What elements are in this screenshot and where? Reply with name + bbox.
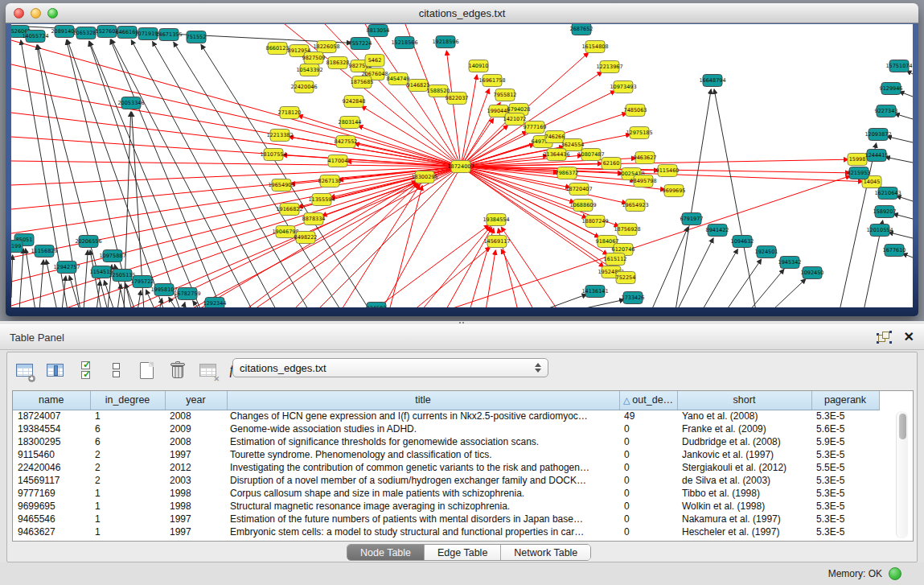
minimize-window-button[interactable] — [31, 8, 41, 19]
graph-node[interactable]: 18720407 — [565, 183, 592, 196]
graph-node[interactable]: 1677610 — [883, 245, 906, 257]
graph-node[interactable]: 7557224 — [349, 38, 372, 50]
float-panel-icon[interactable] — [877, 331, 893, 344]
graph-node[interactable]: 8878334 — [302, 213, 326, 225]
tab-node-table[interactable]: Node Table — [347, 545, 425, 560]
table-row[interactable]: 969969511998Structural magnetic resonanc… — [13, 500, 914, 513]
graph-node[interactable]: 14136141 — [581, 286, 608, 298]
table-row[interactable]: 1830029562008Estimation of significance … — [13, 435, 914, 448]
table-row[interactable]: 1938455462009Genome-wide association stu… — [13, 422, 914, 435]
graph-node[interactable]: 9115460 — [656, 165, 680, 177]
graph-node[interactable]: 1945342 — [778, 257, 802, 269]
graph-node[interactable]: 19384554 — [483, 214, 509, 226]
graph-node[interactable]: 18226058 — [313, 41, 339, 53]
table-row[interactable]: 911546021997Tourette syndrome. Phenomeno… — [13, 448, 914, 461]
column-header-title[interactable]: title — [227, 391, 619, 410]
graph-node[interactable]: 9699695 — [663, 185, 686, 197]
graph-node[interactable]: 8660123 — [266, 43, 290, 55]
graph-node[interactable]: 18724007 — [447, 161, 474, 173]
column-header-short[interactable]: short — [677, 391, 811, 410]
graph-node[interactable]: 19218596 — [432, 36, 458, 48]
graph-node[interactable]: 7485063 — [624, 105, 647, 117]
column-header-pagerank[interactable]: pagerank — [811, 391, 879, 410]
graph-node[interactable]: 39199 — [11, 241, 23, 253]
table-row[interactable]: 2242004622012Investigating the contribut… — [13, 461, 914, 474]
graph-node[interactable]: 9227343 — [875, 105, 898, 117]
graph-node[interactable]: 1092450 — [801, 267, 824, 279]
column-header-outde[interactable]: △out_de… — [619, 391, 677, 410]
table-row[interactable]: 946362711997Embryonic stem cells: a mode… — [13, 525, 914, 538]
graph-node[interactable]: 19654903 — [268, 179, 294, 192]
graph-node[interactable]: 1615112 — [604, 253, 627, 266]
graph-node[interactable]: 1094632 — [731, 236, 754, 248]
select-all-icon[interactable] — [73, 358, 98, 383]
graph-node[interactable]: 12010554 — [866, 225, 893, 237]
table-row[interactable]: 1872400712008Changes of HCN gene express… — [13, 410, 914, 422]
graph-node[interactable]: 18107554 — [260, 149, 286, 161]
column-header-name[interactable]: name — [13, 391, 90, 410]
table-selector-dropdown[interactable]: citations_edges.txt — [232, 358, 548, 377]
graph-node[interactable]: 417004 — [328, 155, 348, 167]
graph-node[interactable]: 8186328 — [326, 57, 350, 69]
graph-node[interactable]: 20206556 — [75, 236, 101, 248]
tab-edge-table[interactable]: Edge Table — [425, 545, 501, 560]
row-height-icon[interactable] — [104, 358, 129, 383]
graph-node[interactable]: 16961758 — [478, 75, 505, 87]
graph-node[interactable]: 12942757 — [53, 262, 80, 274]
graph-node[interactable]: 7986372 — [556, 167, 579, 179]
graph-node[interactable]: 18495798 — [630, 175, 656, 187]
graph-node[interactable]: 1875685 — [351, 76, 374, 89]
graph-node[interactable]: 15751074 — [885, 60, 912, 72]
graph-node[interactable]: 6791977 — [680, 213, 704, 225]
table-row[interactable]: 946554611997Estimation of the future num… — [13, 513, 914, 525]
graph-node[interactable]: 11355594 — [308, 194, 335, 206]
table-mode-icon[interactable] — [12, 358, 37, 383]
graph-node[interactable]: 9827509 — [302, 52, 326, 64]
graph-node[interactable]: 62160 — [602, 158, 621, 170]
column-header-year[interactable]: year — [165, 391, 227, 410]
graph-node[interactable]: 140910 — [469, 60, 489, 72]
graph-node[interactable]: 16648794 — [699, 75, 725, 87]
graph-node[interactable]: 15218566 — [391, 37, 417, 49]
tab-network-table[interactable]: Network Table — [501, 545, 590, 560]
graph-node[interactable]: 18807249 — [581, 216, 608, 228]
graph-node[interactable]: 8215953 — [848, 167, 871, 179]
graph-node[interactable]: 10688609 — [569, 200, 596, 212]
graph-node[interactable]: 15998 — [848, 154, 867, 166]
delete-column-icon[interactable] — [165, 358, 190, 383]
graph-node[interactable]: 1589207 — [873, 206, 897, 218]
graph-node[interactable]: 10975887 — [99, 250, 125, 262]
scrollbar-thumb[interactable] — [899, 414, 906, 439]
graph-node[interactable]: 12093872 — [864, 129, 891, 141]
graph-node[interactable]: 11156829 — [31, 245, 57, 257]
graph-node[interactable]: 5462 — [365, 55, 384, 67]
graph-node[interactable]: 2687652 — [570, 24, 593, 35]
graph-node[interactable]: 2803144 — [339, 117, 362, 129]
graph-node[interactable]: 10543392 — [296, 64, 322, 76]
column-header-indegree[interactable]: in_degree — [90, 391, 165, 410]
graph-node[interactable]: 18300295 — [411, 171, 437, 183]
graph-node[interactable]: 16154808 — [581, 41, 608, 53]
graph-node[interactable]: 752254 — [616, 272, 636, 284]
graph-node[interactable]: 21364436 — [543, 149, 569, 161]
graph-node[interactable]: 14671355 — [155, 29, 182, 41]
graph-node[interactable]: 1292344 — [203, 298, 227, 308]
graph-node[interactable]: 12213382 — [266, 130, 293, 142]
graph-node[interactable]: 10973493 — [610, 81, 636, 93]
graph-node[interactable]: 1924501 — [755, 246, 778, 258]
close-window-button[interactable] — [14, 8, 24, 19]
graph-node[interactable]: 8941422 — [706, 225, 729, 237]
graph-node[interactable]: 10807487 — [577, 149, 604, 161]
new-column-icon[interactable] — [134, 358, 159, 383]
graph-node[interactable]: 22420046 — [290, 81, 317, 93]
graph-node[interactable]: 9463627 — [634, 152, 657, 164]
table-scrollbar[interactable] — [896, 411, 908, 538]
graph-node[interactable]: 12213967 — [596, 61, 622, 73]
zoom-window-button[interactable] — [47, 8, 58, 19]
graph-node[interactable]: 19654923 — [622, 200, 648, 212]
graph-node[interactable]: 9777169 — [524, 122, 547, 134]
graph-node[interactable]: 7955812 — [494, 89, 517, 101]
graph-node[interactable]: 8498222 — [294, 232, 318, 244]
graph-node[interactable]: 16210643 — [874, 187, 901, 200]
graph-node[interactable]: 16782759 — [174, 288, 200, 300]
